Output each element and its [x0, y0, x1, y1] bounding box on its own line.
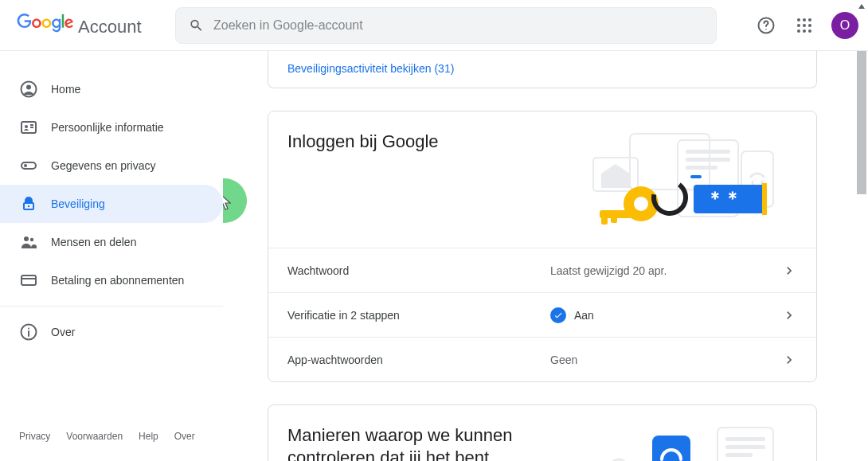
product-name: Account — [78, 17, 142, 37]
chevron-right-icon — [781, 307, 797, 323]
row-value: Geen — [550, 354, 781, 366]
svg-rect-31 — [686, 158, 730, 162]
cursor-indicator — [223, 178, 247, 223]
apps-icon — [796, 18, 812, 33]
cursor-icon — [223, 193, 234, 212]
svg-rect-48 — [725, 445, 765, 449]
svg-rect-39 — [601, 217, 608, 225]
info-icon — [19, 322, 38, 342]
card-icon — [19, 271, 38, 290]
card-verify-identity: Manieren waarop we kunnen controleren da… — [268, 404, 817, 461]
svg-rect-32 — [686, 166, 717, 170]
sidebar-item-people-sharing[interactable]: Mensen en delen — [0, 223, 223, 261]
row-label: Wachtwoord — [287, 264, 550, 277]
card-title: Inloggen bij Google — [287, 131, 439, 153]
svg-point-21 — [24, 236, 29, 241]
divider — [0, 306, 223, 307]
svg-point-3 — [803, 18, 806, 21]
svg-point-22 — [30, 238, 33, 241]
svg-rect-30 — [686, 150, 730, 154]
svg-point-1 — [765, 29, 767, 30]
card-signin: Inloggen bij Google — [268, 111, 817, 382]
sidebar-item-label: Home — [51, 83, 80, 96]
footer-link-about[interactable]: Over — [174, 431, 195, 442]
scrollbar-thumb[interactable] — [857, 51, 866, 194]
google-logo[interactable]: Account — [16, 14, 175, 37]
footer-link-privacy[interactable]: Privacy — [19, 431, 50, 442]
help-button[interactable] — [750, 10, 782, 41]
svg-point-7 — [808, 24, 811, 27]
svg-point-8 — [797, 29, 800, 33]
sidebar-item-label: Over — [51, 326, 75, 338]
svg-rect-34 — [601, 174, 630, 188]
row-label: Verificatie in 2 stappen — [287, 309, 550, 322]
security-activity-link[interactable]: Beveiligingsactiviteit bekijken (31) — [268, 51, 816, 88]
signin-illustration: ＊＊ — [574, 131, 780, 229]
verify-illustration — [590, 424, 797, 461]
svg-rect-13 — [22, 122, 36, 133]
svg-point-18 — [24, 164, 27, 167]
svg-rect-23 — [22, 275, 36, 285]
svg-point-10 — [808, 29, 811, 33]
svg-point-14 — [25, 125, 28, 128]
svg-rect-44 — [762, 183, 767, 215]
sidebar-item-label: Mensen en delen — [51, 236, 136, 248]
check-badge-icon — [550, 307, 566, 323]
footer-link-help[interactable]: Help — [139, 431, 158, 442]
toggle-icon — [19, 156, 38, 175]
svg-point-5 — [797, 24, 800, 27]
id-card-icon — [19, 118, 38, 137]
svg-rect-17 — [22, 162, 36, 169]
row-app-passwords[interactable]: App-wachtwoorden Geen — [268, 337, 816, 381]
svg-point-37 — [634, 197, 648, 211]
row-two-step[interactable]: Verificatie in 2 stappen Aan — [268, 292, 816, 337]
row-password[interactable]: Wachtwoord Laatst gewijzigd 20 apr. — [268, 248, 816, 292]
sidebar: Home Persoonlijke informatie Gegevens en… — [0, 51, 223, 461]
main-content: Beveiligingsactiviteit bekijken (31) Inl… — [223, 51, 868, 461]
svg-point-4 — [808, 18, 811, 21]
avatar[interactable]: O — [831, 12, 858, 39]
svg-point-9 — [803, 29, 806, 33]
card-security-activity: Beveiligingsactiviteit bekijken (31) — [268, 51, 817, 88]
chevron-right-icon — [781, 263, 797, 279]
sidebar-item-payments[interactable]: Betaling en abonnementen — [0, 261, 223, 299]
svg-point-12 — [26, 85, 31, 90]
people-icon — [19, 232, 38, 252]
sidebar-item-label: Betaling en abonnementen — [51, 274, 184, 287]
row-value: Laatst gewijzigd 20 apr. — [550, 264, 781, 277]
footer-link-terms[interactable]: Voorwaarden — [66, 431, 123, 442]
svg-text:＊＊: ＊＊ — [706, 188, 741, 208]
help-icon — [757, 16, 776, 35]
search-box[interactable] — [175, 7, 717, 44]
svg-point-2 — [797, 18, 800, 21]
footer-links: Privacy Voorwaarden Help Over — [0, 431, 223, 461]
sidebar-item-label: Gegevens en privacy — [51, 159, 156, 172]
google-logo-icon — [16, 14, 75, 33]
page-scrollbar[interactable] — [855, 0, 868, 461]
scroll-up-icon[interactable] — [855, 0, 868, 13]
sidebar-item-data-privacy[interactable]: Gegevens en privacy — [0, 147, 223, 185]
svg-point-6 — [803, 24, 806, 27]
svg-rect-49 — [725, 453, 753, 457]
search-icon — [189, 18, 204, 33]
sidebar-item-label: Persoonlijke informatie — [51, 121, 164, 134]
apps-button[interactable] — [788, 10, 820, 41]
chevron-right-icon — [781, 352, 797, 368]
sidebar-item-personal-info[interactable]: Persoonlijke informatie — [0, 108, 223, 147]
row-label: App-wachtwoorden — [287, 354, 550, 366]
svg-point-20 — [28, 205, 29, 207]
search-input[interactable] — [213, 18, 703, 33]
svg-rect-40 — [611, 217, 617, 223]
svg-rect-47 — [725, 437, 765, 441]
sidebar-item-label: Beveiliging — [51, 197, 105, 210]
sidebar-item-home[interactable]: Home — [0, 70, 223, 108]
svg-rect-42 — [690, 175, 702, 178]
card-title: Manieren waarop we kunnen controleren da… — [287, 424, 577, 461]
user-circle-icon — [19, 80, 38, 99]
sidebar-item-about[interactable]: Over — [0, 313, 223, 351]
lock-icon — [19, 194, 38, 213]
svg-point-27 — [28, 328, 29, 330]
sidebar-item-security[interactable]: Beveiliging — [0, 185, 223, 223]
row-value: Aan — [550, 307, 781, 323]
